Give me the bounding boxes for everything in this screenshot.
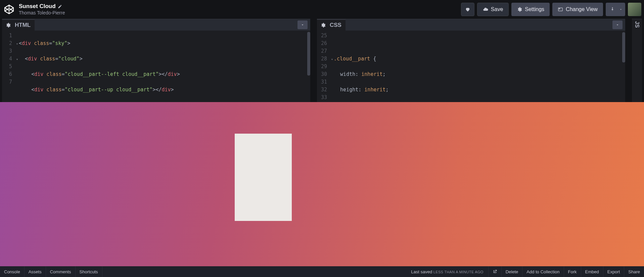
css-pane-dropdown[interactable]	[612, 20, 623, 29]
gear-icon	[517, 7, 522, 12]
css-pane-title: CSS	[330, 22, 341, 29]
html-pane-header: HTML	[2, 19, 310, 31]
js-editor-pane[interactable]: JS	[632, 19, 642, 102]
cloud-icon	[483, 7, 488, 12]
css-code-area[interactable]: 25 26 27 28 29 30 31 32 33 ▾.cloud__part…	[317, 31, 625, 102]
css-settings-icon[interactable]	[319, 21, 327, 29]
css-pane-header: CSS	[317, 19, 625, 31]
codepen-logo[interactable]	[3, 4, 15, 15]
user-avatar[interactable]	[628, 3, 641, 16]
footer-status: Last saved less than a minute ago	[406, 269, 488, 274]
layout-icon	[558, 7, 563, 12]
preview-cloud-rect	[235, 134, 292, 221]
footer-open-new[interactable]	[488, 266, 501, 277]
html-gutter: 1 2 3 4 5 6 7	[2, 31, 15, 102]
footer-comments[interactable]: Comments	[46, 266, 76, 277]
html-pane-dropdown[interactable]	[297, 20, 308, 29]
chevron-down-icon	[301, 23, 305, 27]
heart-icon	[465, 7, 470, 12]
footer-add-collection[interactable]: Add to Collection	[522, 266, 563, 277]
save-label: Save	[491, 6, 503, 12]
footer-share[interactable]: Share	[624, 266, 644, 277]
svg-rect-1	[559, 8, 560, 9]
pen-title-text: Sunset Cloud	[19, 3, 56, 10]
settings-button[interactable]: Settings	[511, 3, 550, 16]
css-scrollbar[interactable]	[622, 32, 625, 62]
save-button[interactable]: Save	[477, 3, 509, 16]
pin-dropdown-button[interactable]	[616, 3, 625, 16]
pen-title[interactable]: Sunset Cloud	[19, 3, 65, 10]
footer-right: Last saved less than a minute ago Delete…	[406, 266, 644, 277]
external-link-icon	[493, 269, 497, 274]
footer-delete[interactable]: Delete	[501, 266, 522, 277]
chevron-down-icon	[619, 8, 623, 11]
title-block: Sunset Cloud Thomas Toledo-Pierre	[19, 3, 65, 16]
pin-icon	[610, 7, 615, 12]
gear-icon	[320, 22, 326, 28]
css-code-lines[interactable]: ▾.cloud__part { width: inherit; height: …	[330, 31, 625, 102]
preview-frame	[0, 102, 644, 266]
footer-fork[interactable]: Fork	[564, 266, 581, 277]
settings-label: Settings	[525, 6, 544, 12]
gear-icon	[5, 22, 11, 28]
footer-export[interactable]: Export	[603, 266, 624, 277]
footer-console[interactable]: Console	[0, 266, 25, 277]
footer-left: Console Assets Comments Shortcuts	[0, 266, 102, 277]
html-code-lines[interactable]: ▾<div class="sky"> ▾ <div class="cloud">…	[15, 31, 310, 102]
like-button[interactable]	[461, 3, 474, 16]
js-pane-title: JS	[634, 19, 640, 28]
edit-title-icon[interactable]	[58, 4, 62, 9]
editors-row: HTML 1 2 3 4 5 6 7 ▾<div class="sky"> ▾ …	[0, 19, 644, 102]
footer-bar: Console Assets Comments Shortcuts Last s…	[0, 266, 644, 277]
pen-author[interactable]: Thomas Toledo-Pierre	[19, 10, 65, 16]
css-gutter: 25 26 27 28 29 30 31 32 33	[317, 31, 330, 102]
html-scrollbar[interactable]	[307, 32, 310, 76]
footer-assets[interactable]: Assets	[25, 266, 46, 277]
css-editor-pane: CSS 25 26 27 28 29 30 31 32 33 ▾.cloud	[317, 19, 625, 102]
footer-embed[interactable]: Embed	[581, 266, 603, 277]
chevron-down-icon	[615, 23, 619, 27]
change-view-button[interactable]: Change View	[552, 3, 603, 16]
html-pane-title: HTML	[15, 22, 31, 29]
html-settings-icon[interactable]	[4, 21, 12, 29]
header-bar: Sunset Cloud Thomas Toledo-Pierre Save S…	[0, 0, 644, 19]
header-buttons: Save Settings Change View	[461, 3, 641, 16]
html-editor-pane: HTML 1 2 3 4 5 6 7 ▾<div class="sky"> ▾ …	[2, 19, 310, 102]
footer-shortcuts[interactable]: Shortcuts	[76, 266, 102, 277]
html-code-area[interactable]: 1 2 3 4 5 6 7 ▾<div class="sky"> ▾ <div …	[2, 31, 310, 102]
change-view-label: Change View	[566, 6, 598, 12]
